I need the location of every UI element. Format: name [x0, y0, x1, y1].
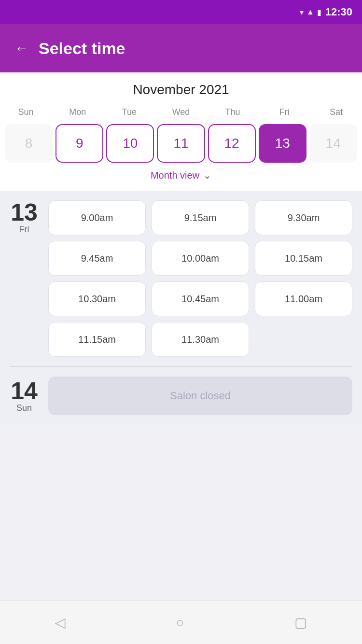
page-title: Select time — [39, 39, 125, 58]
chevron-down-icon: ⌄ — [203, 169, 211, 181]
weekday-sat: Sat — [310, 105, 362, 119]
bottom-nav: ◁ ○ ▢ — [0, 601, 362, 644]
header: ← Select time — [0, 24, 362, 72]
weekday-tue: Tue — [103, 105, 155, 119]
month-view-toggle[interactable]: Month view ⌄ — [0, 163, 362, 186]
day-block-13: 13 Fri 9.00am 9.15am 9.30am 9.45am 10.00… — [10, 200, 352, 357]
day-11[interactable]: 11 — [157, 124, 205, 163]
weekday-wed: Wed — [155, 105, 207, 119]
salon-closed-message: Salon closed — [48, 377, 352, 415]
time-slot-1000am[interactable]: 10.00am — [152, 241, 249, 276]
time-slot-1115am[interactable]: 11.15am — [48, 322, 146, 357]
day-block-14: 14 Sun Salon closed — [10, 377, 352, 415]
day-name-14: Sun — [10, 403, 39, 413]
nav-home-icon[interactable]: ○ — [176, 615, 184, 630]
weekday-thu: Thu — [207, 105, 259, 119]
time-grid-13: 9.00am 9.15am 9.30am 9.45am 10.00am 10.1… — [48, 200, 352, 357]
time-slot-1045am[interactable]: 10.45am — [152, 281, 249, 316]
day-14[interactable]: 14 — [309, 124, 357, 163]
status-time: 12:30 — [325, 6, 352, 18]
day-name-13: Fri — [10, 224, 39, 235]
days-row: 8 9 10 11 12 13 14 — [0, 124, 362, 163]
back-button[interactable]: ← — [14, 40, 29, 56]
signal-icon: ▲ — [306, 8, 314, 16]
weekday-labels: Sun Mon Tue Wed Thu Fri Sat — [0, 105, 362, 119]
month-year-label: November 2021 — [0, 82, 362, 98]
time-slots-section: 13 Fri 9.00am 9.15am 9.30am 9.45am 10.00… — [0, 191, 362, 425]
day-10[interactable]: 10 — [106, 124, 154, 163]
day-number-14: 14 — [10, 379, 39, 403]
battery-icon: ▮ — [317, 8, 321, 17]
time-slot-1015am[interactable]: 10.15am — [255, 241, 352, 276]
wifi-icon: ▾ — [300, 8, 304, 17]
weekday-mon: Mon — [52, 105, 103, 119]
time-slot-930am[interactable]: 9.30am — [255, 200, 352, 235]
time-slot-915am[interactable]: 9.15am — [152, 200, 249, 235]
nav-back-icon[interactable]: ◁ — [55, 615, 66, 630]
day-label-13: 13 Fri — [10, 200, 39, 235]
day-8[interactable]: 8 — [5, 124, 53, 163]
time-slot-945am[interactable]: 9.45am — [48, 241, 146, 276]
time-slot-1100am[interactable]: 11.00am — [255, 281, 352, 316]
day-13[interactable]: 13 — [259, 124, 306, 163]
weekday-fri: Fri — [259, 105, 310, 119]
nav-recent-icon[interactable]: ▢ — [294, 615, 307, 630]
time-slot-1130am[interactable]: 11.30am — [152, 322, 249, 357]
day-number-13: 13 — [10, 200, 39, 224]
day-label-14: 14 Sun — [10, 379, 39, 413]
weekday-sun: Sun — [0, 105, 52, 119]
status-bar: ▾ ▲ ▮ 12:30 — [0, 0, 362, 24]
day-12[interactable]: 12 — [208, 124, 256, 163]
day-9[interactable]: 9 — [56, 124, 103, 163]
calendar-section: November 2021 Sun Mon Tue Wed Thu Fri Sa… — [0, 72, 362, 191]
month-view-label: Month view — [151, 170, 199, 181]
section-divider — [10, 366, 352, 367]
time-slot-1030am[interactable]: 10.30am — [48, 281, 146, 316]
time-slot-900am[interactable]: 9.00am — [48, 200, 146, 235]
